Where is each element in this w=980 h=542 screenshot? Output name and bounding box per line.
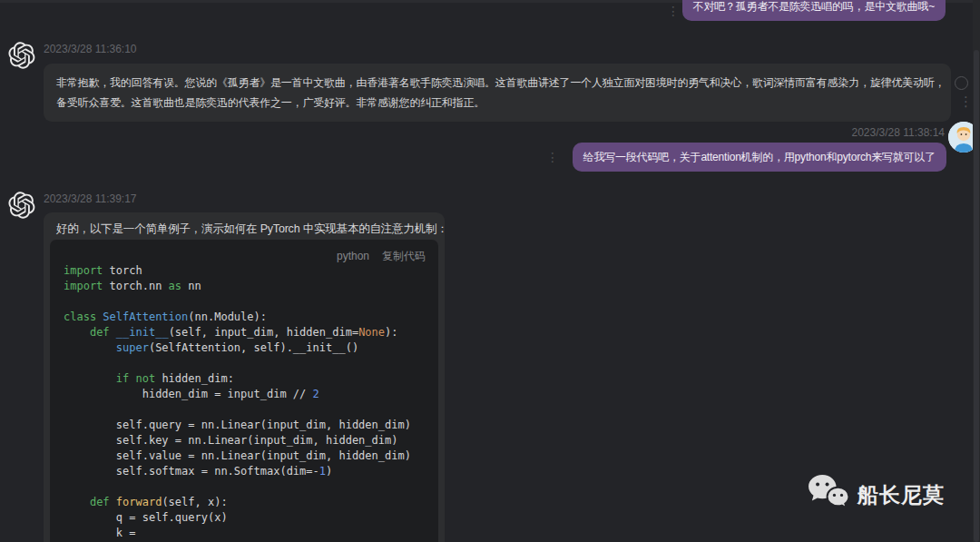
code-language-label: python [337, 248, 369, 264]
regenerate-icon[interactable] [955, 76, 968, 90]
wechat-icon [808, 474, 849, 516]
code-lines: import torchimport torch.nn as nn class … [64, 263, 436, 541]
copy-code-button[interactable]: 复制代码 [382, 248, 426, 264]
message-timestamp: 2023/3/28 11:36:10 [44, 43, 137, 55]
code-line: hidden_dim = input_dim // 2 [64, 387, 436, 402]
more-actions-icon[interactable]: ⋮ [959, 94, 973, 110]
code-line: def __init__(self, input_dim, hidden_dim… [64, 325, 436, 340]
code-block-header: python 复制代码 [50, 240, 438, 266]
code-line: import torch [64, 263, 436, 279]
assistant-message-line: 非常抱歉，我的回答有误。您说的《孤勇者》是一首中文歌曲，由香港著名歌手陈奕迅演唱… [56, 73, 938, 93]
code-line: self.key = nn.Linear(input_dim, hidden_d… [64, 433, 436, 448]
code-line [64, 356, 436, 371]
openai-logo-icon [8, 42, 35, 73]
code-line: def forward(self, x): [64, 495, 436, 510]
code-line: self.query = nn.Linear(input_dim, hidden… [64, 418, 436, 433]
watermark: 船长尼莫 [808, 474, 945, 516]
openai-logo-icon [8, 192, 35, 222]
user-message-text: 给我写一段代码吧，关于attention机制的，用python和pytorch来… [583, 151, 936, 163]
message-timestamp: 2023/3/28 11:39:17 [44, 192, 137, 205]
code-line: q = self.query(x) [64, 510, 436, 526]
code-line: k = [64, 526, 436, 541]
code-line: self.value = nn.Linear(input_dim, hidden… [64, 448, 436, 464]
code-line: if not hidden_dim: [64, 371, 436, 387]
user-message-2: 给我写一段代码吧，关于attention机制的，用python和pytorch来… [573, 143, 946, 172]
user-message-bubble: 不对吧？孤勇者不是陈奕迅唱的吗，是中文歌曲哦~ [682, 0, 946, 21]
assistant-message-line: 好的，以下是一个简单例子，演示如何在 PyTorch 中实现基本的自注意力机制： [56, 221, 445, 237]
code-line [64, 479, 436, 495]
code-line [64, 294, 436, 310]
user-message-bubble: 给我写一段代码吧，关于attention机制的，用python和pytorch来… [573, 143, 946, 172]
watermark-label: 船长尼莫 [858, 481, 945, 509]
user-message-1: 不对吧？孤勇者不是陈奕迅唱的吗，是中文歌曲哦~ [682, 0, 946, 21]
scrollbar-thumb[interactable] [974, 50, 979, 542]
assistant-message-bubble: 非常抱歉，我的回答有误。您说的《孤勇者》是一首中文歌曲，由香港著名歌手陈奕迅演唱… [44, 64, 951, 122]
code-line: super(SelfAttention, self).__init__() [64, 340, 436, 356]
user-message-text: 不对吧？孤勇者不是陈奕迅唱的吗，是中文歌曲哦~ [693, 0, 935, 13]
message-timestamp: 2023/3/28 11:38:14 [851, 126, 945, 139]
message-options-icon[interactable]: ⋮ [546, 151, 559, 163]
code-line: import torch.nn as nn [64, 279, 436, 294]
code-line: self.softmax = nn.Softmax(dim=-1) [64, 464, 436, 479]
code-line: class SelfAttention(nn.Module): [64, 310, 436, 325]
code-block: python 复制代码 import torchimport torch.nn … [50, 240, 438, 542]
assistant-message-bubble: 好的，以下是一个简单例子，演示如何在 PyTorch 中实现基本的自注意力机制：… [44, 212, 445, 542]
assistant-message-line: 备受听众喜爱。这首歌曲也是陈奕迅的代表作之一，广受好评。非常感谢您的纠正和指正。 [56, 93, 938, 113]
message-options-icon[interactable]: ⋮ [667, 5, 680, 17]
code-line [64, 402, 436, 418]
